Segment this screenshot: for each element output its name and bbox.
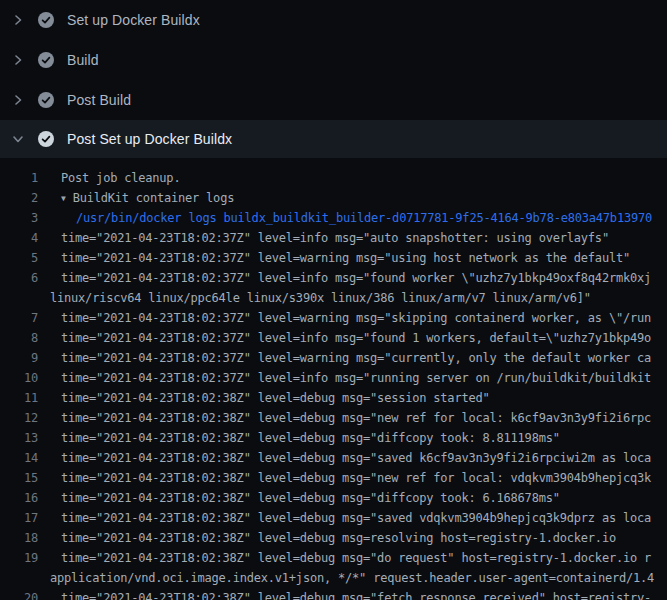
log-text: time="2021-04-23T18:02:37Z" level=warnin… <box>38 348 667 368</box>
chevron-down-icon <box>12 133 24 145</box>
log-group-toggle[interactable]: ▼BuildKit container logs <box>38 188 667 208</box>
log-line: 3/usr/bin/docker logs buildx_buildkit_bu… <box>0 208 667 228</box>
step-row-post-set-up-docker-buildx[interactable]: Post Set up Docker Buildx <box>0 120 667 158</box>
log-text: time="2021-04-23T18:02:37Z" level=info m… <box>38 228 667 248</box>
log-text: time="2021-04-23T18:02:37Z" level=warnin… <box>38 248 667 268</box>
line-number[interactable]: 20 <box>0 588 38 600</box>
actions-log-viewer: Set up Docker Buildx Build Post Build Po… <box>0 0 667 600</box>
step-row-post-build[interactable]: Post Build <box>0 80 667 120</box>
log-line: 6time="2021-04-23T18:02:37Z" level=info … <box>0 268 667 288</box>
step-row-set-up-docker-buildx[interactable]: Set up Docker Buildx <box>0 0 667 40</box>
check-circle-icon <box>38 52 54 68</box>
log-text: linux/riscv64 linux/ppc64le linux/s390x … <box>38 288 667 308</box>
log-line: 1Post job cleanup. <box>0 168 667 188</box>
step-label: Set up Docker Buildx <box>67 12 200 28</box>
log-line: 2▼BuildKit container logs <box>0 188 667 208</box>
log-line: 14time="2021-04-23T18:02:38Z" level=debu… <box>0 448 667 468</box>
log-text: time="2021-04-23T18:02:38Z" level=debug … <box>38 448 667 468</box>
log-text: time="2021-04-23T18:02:38Z" level=debug … <box>38 468 667 488</box>
line-number[interactable]: 18 <box>0 528 38 548</box>
line-number[interactable]: 1 <box>0 168 38 188</box>
log-text: time="2021-04-23T18:02:38Z" level=debug … <box>38 428 667 448</box>
line-number[interactable]: 14 <box>0 448 38 468</box>
log-line: 18time="2021-04-23T18:02:38Z" level=debu… <box>0 528 667 548</box>
step-label: Post Set up Docker Buildx <box>67 131 232 147</box>
log-line: 10time="2021-04-23T18:02:37Z" level=info… <box>0 368 667 388</box>
line-number[interactable]: 3 <box>0 208 38 228</box>
chevron-right-icon <box>12 14 24 26</box>
log-line: 7time="2021-04-23T18:02:37Z" level=warni… <box>0 308 667 328</box>
line-number[interactable]: 19 <box>0 548 38 568</box>
line-number[interactable]: 10 <box>0 368 38 388</box>
log-line: 13time="2021-04-23T18:02:38Z" level=debu… <box>0 428 667 448</box>
log-line: 4time="2021-04-23T18:02:37Z" level=info … <box>0 228 667 248</box>
log-text: time="2021-04-23T18:02:37Z" level=info m… <box>38 328 667 348</box>
triangle-down-icon: ▼ <box>61 189 66 208</box>
step-row-build[interactable]: Build <box>0 40 667 80</box>
line-number[interactable]: 2 <box>0 188 38 208</box>
step-label: Post Build <box>67 92 131 108</box>
check-circle-icon <box>38 92 54 108</box>
log-area: 1Post job cleanup.2▼BuildKit container l… <box>0 158 667 600</box>
log-line: 8time="2021-04-23T18:02:37Z" level=info … <box>0 328 667 348</box>
log-text: application/vnd.oci.image.index.v1+json,… <box>38 568 667 588</box>
log-line: 5time="2021-04-23T18:02:37Z" level=warni… <box>0 248 667 268</box>
log-text: time="2021-04-23T18:02:38Z" level=debug … <box>38 408 667 428</box>
step-label: Build <box>67 52 99 68</box>
line-number[interactable]: 8 <box>0 328 38 348</box>
log-text: time="2021-04-23T18:02:38Z" level=debug … <box>38 588 667 600</box>
log-line: 16time="2021-04-23T18:02:38Z" level=debu… <box>0 488 667 508</box>
log-text: time="2021-04-23T18:02:38Z" level=debug … <box>38 488 667 508</box>
log-line: 12time="2021-04-23T18:02:38Z" level=debu… <box>0 408 667 428</box>
log-text: time="2021-04-23T18:02:37Z" level=info m… <box>38 268 667 288</box>
line-number[interactable]: 17 <box>0 508 38 528</box>
line-number[interactable]: 7 <box>0 308 38 328</box>
line-number[interactable]: 11 <box>0 388 38 408</box>
steps-list: Set up Docker Buildx Build Post Build Po… <box>0 0 667 158</box>
log-line: 11time="2021-04-23T18:02:38Z" level=debu… <box>0 388 667 408</box>
log-text: Post job cleanup. <box>38 168 667 188</box>
line-number[interactable]: 16 <box>0 488 38 508</box>
log-text: time="2021-04-23T18:02:37Z" level=warnin… <box>38 308 667 328</box>
log-line: 17time="2021-04-23T18:02:38Z" level=debu… <box>0 508 667 528</box>
log-line: 19time="2021-04-23T18:02:38Z" level=debu… <box>0 548 667 568</box>
command-text: /usr/bin/docker logs buildx_buildkit_bui… <box>38 208 667 228</box>
log-line: 15time="2021-04-23T18:02:38Z" level=debu… <box>0 468 667 488</box>
log-line: 20time="2021-04-23T18:02:38Z" level=debu… <box>0 588 667 600</box>
line-number <box>0 288 38 308</box>
line-number[interactable]: 12 <box>0 408 38 428</box>
check-circle-icon <box>38 131 54 147</box>
chevron-right-icon <box>12 54 24 66</box>
check-circle-icon <box>38 12 54 28</box>
log-text: time="2021-04-23T18:02:38Z" level=debug … <box>38 528 667 548</box>
log-group-label: BuildKit container logs <box>73 191 235 205</box>
line-number[interactable]: 5 <box>0 248 38 268</box>
line-number[interactable]: 13 <box>0 428 38 448</box>
log-text: time="2021-04-23T18:02:38Z" level=debug … <box>38 388 667 408</box>
line-number[interactable]: 15 <box>0 468 38 488</box>
chevron-right-icon <box>12 94 24 106</box>
line-number[interactable]: 6 <box>0 268 38 288</box>
log-text: time="2021-04-23T18:02:37Z" level=info m… <box>38 368 667 388</box>
log-line: linux/riscv64 linux/ppc64le linux/s390x … <box>0 288 667 308</box>
log-line: application/vnd.oci.image.index.v1+json,… <box>0 568 667 588</box>
line-number[interactable]: 9 <box>0 348 38 368</box>
log-text: time="2021-04-23T18:02:38Z" level=debug … <box>38 508 667 528</box>
line-number[interactable]: 4 <box>0 228 38 248</box>
log-line: 9time="2021-04-23T18:02:37Z" level=warni… <box>0 348 667 368</box>
line-number <box>0 568 38 588</box>
log-text: time="2021-04-23T18:02:38Z" level=debug … <box>38 548 667 568</box>
